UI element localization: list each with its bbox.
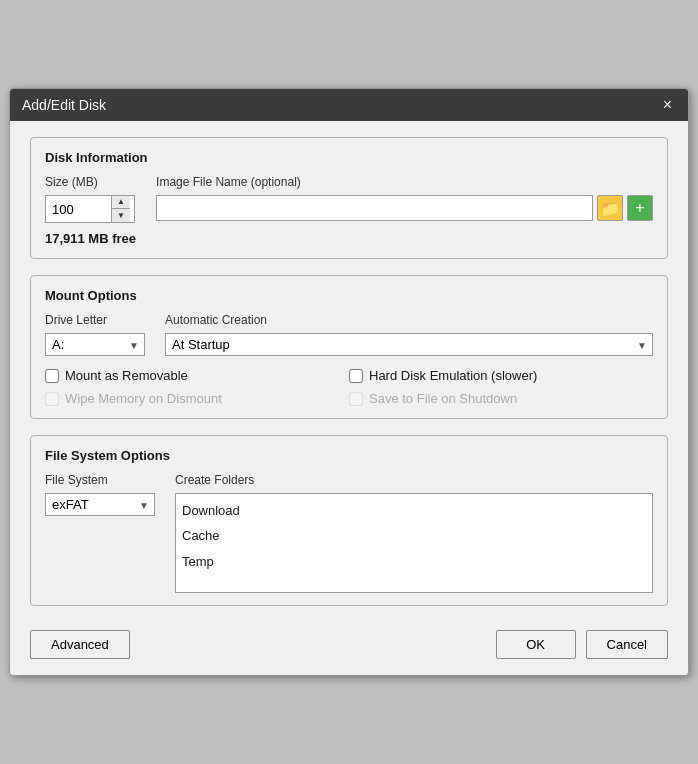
footer-right: OK Cancel — [496, 630, 668, 659]
drive-letter-label: Drive Letter — [45, 313, 145, 327]
drive-letter-group: Drive Letter A: B: C: D: E: ▼ — [45, 313, 145, 356]
checkboxes-col-left: Mount as Removable Wipe Memory on Dismou… — [45, 368, 349, 406]
fs-select[interactable]: exFAT FAT FAT32 NTFS — [45, 493, 155, 516]
create-folders-label: Create Folders — [175, 473, 653, 487]
file-system-options-section: File System Options File System exFAT FA… — [30, 435, 668, 606]
fs-select-wrapper: exFAT FAT FAT32 NTFS ▼ — [45, 493, 155, 516]
dialog-footer: Advanced OK Cancel — [10, 622, 688, 675]
image-file-input-row: 📁 + — [156, 195, 653, 221]
mount-removable-label[interactable]: Mount as Removable — [65, 368, 188, 383]
auto-creation-select-wrapper: At Startup Never On Demand ▼ — [165, 333, 653, 356]
auto-creation-group: Automatic Creation At Startup Never On D… — [165, 313, 653, 356]
auto-creation-label: Automatic Creation — [165, 313, 653, 327]
title-bar: Add/Edit Disk × — [10, 89, 688, 121]
free-space-label: 17,911 MB free — [45, 231, 136, 246]
create-folders-group: Create Folders Download Cache Temp — [175, 473, 653, 593]
mount-removable-checkbox[interactable] — [45, 369, 59, 383]
disk-info-title: Disk Information — [45, 150, 653, 165]
drive-letter-select[interactable]: A: B: C: D: E: — [45, 333, 145, 356]
folders-listbox[interactable]: Download Cache Temp — [175, 493, 653, 593]
ok-button[interactable]: OK — [496, 630, 576, 659]
footer-left: Advanced — [30, 630, 130, 659]
advanced-button[interactable]: Advanced — [30, 630, 130, 659]
fs-options-row: File System exFAT FAT FAT32 NTFS ▼ Creat… — [45, 473, 653, 593]
wipe-memory-checkbox — [45, 392, 59, 406]
image-file-group: Image File Name (optional) 📁 + — [156, 175, 653, 221]
file-system-options-title: File System Options — [45, 448, 653, 463]
wipe-memory-item: Wipe Memory on Dismount — [45, 391, 349, 406]
checkboxes-row: Mount as Removable Wipe Memory on Dismou… — [45, 368, 653, 406]
folder-item-cache: Cache — [182, 523, 646, 548]
mount-options-title: Mount Options — [45, 288, 653, 303]
hard-disk-checkbox[interactable] — [349, 369, 363, 383]
save-to-file-label: Save to File on Shutdown — [369, 391, 517, 406]
spin-down-button[interactable]: ▼ — [112, 209, 130, 222]
image-file-label: Image File Name (optional) — [156, 175, 653, 189]
size-input[interactable] — [46, 199, 111, 220]
mount-removable-item: Mount as Removable — [45, 368, 349, 383]
mount-options-section: Mount Options Drive Letter A: B: C: D: E… — [30, 275, 668, 419]
spin-up-button[interactable]: ▲ — [112, 196, 130, 209]
folder-item-temp: Temp — [182, 549, 646, 574]
folder-item-download: Download — [182, 498, 646, 523]
fs-select-group: File System exFAT FAT FAT32 NTFS ▼ — [45, 473, 155, 593]
hard-disk-item: Hard Disk Emulation (slower) — [349, 368, 653, 383]
size-spin-buttons: ▲ ▼ — [111, 196, 130, 222]
disk-information-section: Disk Information Size (MB) ▲ ▼ 17,911 MB… — [30, 137, 668, 259]
add-file-button[interactable]: + — [627, 195, 653, 221]
dialog-title: Add/Edit Disk — [22, 97, 106, 113]
size-field-group: Size (MB) ▲ ▼ 17,911 MB free — [45, 175, 136, 246]
dialog-body: Disk Information Size (MB) ▲ ▼ 17,911 MB… — [10, 121, 688, 622]
wipe-memory-label: Wipe Memory on Dismount — [65, 391, 222, 406]
add-edit-disk-dialog: Add/Edit Disk × Disk Information Size (M… — [9, 88, 689, 676]
close-button[interactable]: × — [659, 97, 676, 113]
auto-creation-select[interactable]: At Startup Never On Demand — [165, 333, 653, 356]
disk-info-row: Size (MB) ▲ ▼ 17,911 MB free Image File … — [45, 175, 653, 246]
drive-letter-select-wrapper: A: B: C: D: E: ▼ — [45, 333, 145, 356]
fs-label: File System — [45, 473, 155, 487]
image-file-input[interactable] — [156, 195, 593, 221]
folder-icon: 📁 — [600, 199, 620, 218]
save-to-file-item: Save to File on Shutdown — [349, 391, 653, 406]
size-input-wrapper: ▲ ▼ — [45, 195, 135, 223]
cancel-button[interactable]: Cancel — [586, 630, 668, 659]
browse-folder-button[interactable]: 📁 — [597, 195, 623, 221]
add-icon: + — [635, 199, 644, 217]
mount-options-row: Drive Letter A: B: C: D: E: ▼ Aut — [45, 313, 653, 356]
checkboxes-col-right: Hard Disk Emulation (slower) Save to Fil… — [349, 368, 653, 406]
size-label: Size (MB) — [45, 175, 136, 189]
save-to-file-checkbox — [349, 392, 363, 406]
hard-disk-label[interactable]: Hard Disk Emulation (slower) — [369, 368, 537, 383]
